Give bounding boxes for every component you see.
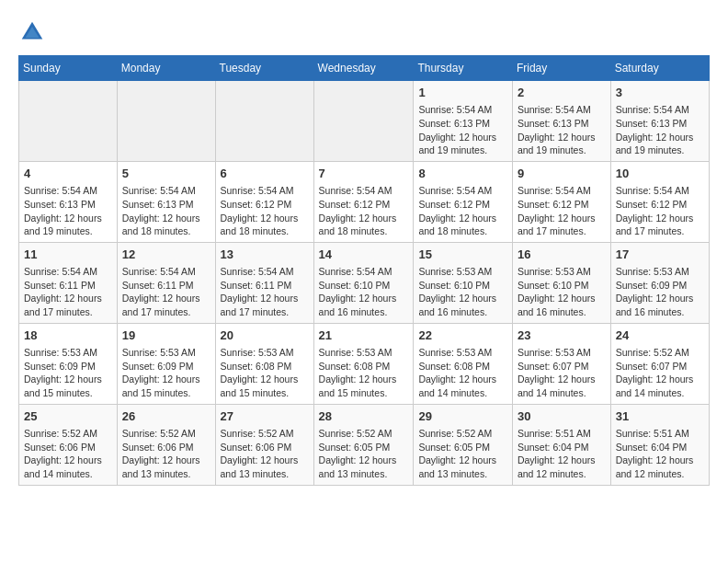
day-number: 20 bbox=[221, 327, 309, 344]
calendar-table: SundayMondayTuesdayWednesdayThursdayFrid… bbox=[18, 55, 710, 486]
day-info: Sunrise: 5:52 AM Sunset: 6:07 PM Dayligh… bbox=[616, 346, 704, 400]
day-info: Sunrise: 5:53 AM Sunset: 6:10 PM Dayligh… bbox=[518, 265, 606, 319]
day-number: 15 bbox=[418, 247, 507, 263]
day-number: 19 bbox=[122, 327, 210, 344]
day-info: Sunrise: 5:54 AM Sunset: 6:12 PM Dayligh… bbox=[518, 184, 606, 238]
day-number: 22 bbox=[418, 327, 507, 344]
day-number: 10 bbox=[616, 166, 704, 182]
calendar-cell: 3Sunrise: 5:54 AM Sunset: 6:13 PM Daylig… bbox=[610, 81, 709, 162]
day-info: Sunrise: 5:51 AM Sunset: 6:04 PM Dayligh… bbox=[518, 427, 606, 481]
day-number: 27 bbox=[221, 408, 309, 425]
day-info: Sunrise: 5:54 AM Sunset: 6:13 PM Dayligh… bbox=[518, 103, 606, 157]
day-info: Sunrise: 5:52 AM Sunset: 6:06 PM Dayligh… bbox=[221, 427, 309, 481]
calendar-cell: 2Sunrise: 5:54 AM Sunset: 6:13 PM Daylig… bbox=[512, 81, 610, 162]
calendar-week-row: 18Sunrise: 5:53 AM Sunset: 6:09 PM Dayli… bbox=[19, 323, 710, 404]
calendar-cell: 14Sunrise: 5:54 AM Sunset: 6:10 PM Dayli… bbox=[313, 242, 414, 323]
day-info: Sunrise: 5:54 AM Sunset: 6:12 PM Dayligh… bbox=[418, 184, 507, 238]
calendar-cell bbox=[19, 81, 118, 162]
calendar-cell: 21Sunrise: 5:53 AM Sunset: 6:08 PM Dayli… bbox=[313, 323, 414, 404]
calendar-cell: 6Sunrise: 5:54 AM Sunset: 6:12 PM Daylig… bbox=[215, 161, 313, 242]
header-day-friday: Friday bbox=[512, 56, 610, 81]
day-info: Sunrise: 5:53 AM Sunset: 6:08 PM Dayligh… bbox=[418, 346, 507, 400]
day-info: Sunrise: 5:54 AM Sunset: 6:13 PM Dayligh… bbox=[122, 184, 210, 238]
day-number: 5 bbox=[122, 166, 210, 182]
day-info: Sunrise: 5:54 AM Sunset: 6:13 PM Dayligh… bbox=[616, 103, 704, 157]
page-container: SundayMondayTuesdayWednesdayThursdayFrid… bbox=[18, 18, 710, 486]
day-number: 3 bbox=[616, 85, 704, 101]
day-info: Sunrise: 5:52 AM Sunset: 6:06 PM Dayligh… bbox=[24, 427, 112, 481]
header-day-tuesday: Tuesday bbox=[215, 56, 313, 81]
day-number: 24 bbox=[616, 327, 704, 344]
day-number: 1 bbox=[418, 85, 507, 101]
day-info: Sunrise: 5:53 AM Sunset: 6:10 PM Dayligh… bbox=[418, 265, 507, 319]
day-number: 13 bbox=[221, 247, 309, 263]
day-number: 18 bbox=[24, 327, 112, 344]
day-info: Sunrise: 5:53 AM Sunset: 6:07 PM Dayligh… bbox=[518, 346, 606, 400]
calendar-cell: 26Sunrise: 5:52 AM Sunset: 6:06 PM Dayli… bbox=[117, 404, 215, 485]
calendar-cell: 24Sunrise: 5:52 AM Sunset: 6:07 PM Dayli… bbox=[610, 323, 709, 404]
calendar-cell bbox=[313, 81, 414, 162]
day-number: 12 bbox=[122, 247, 210, 263]
header-day-thursday: Thursday bbox=[414, 56, 513, 81]
calendar-cell: 13Sunrise: 5:54 AM Sunset: 6:11 PM Dayli… bbox=[215, 242, 313, 323]
day-info: Sunrise: 5:53 AM Sunset: 6:08 PM Dayligh… bbox=[319, 346, 409, 400]
day-info: Sunrise: 5:54 AM Sunset: 6:11 PM Dayligh… bbox=[221, 265, 309, 319]
day-number: 23 bbox=[518, 327, 606, 344]
calendar-cell: 10Sunrise: 5:54 AM Sunset: 6:12 PM Dayli… bbox=[610, 161, 709, 242]
calendar-cell: 20Sunrise: 5:53 AM Sunset: 6:08 PM Dayli… bbox=[215, 323, 313, 404]
calendar-cell: 22Sunrise: 5:53 AM Sunset: 6:08 PM Dayli… bbox=[414, 323, 513, 404]
logo-icon bbox=[18, 18, 46, 46]
day-info: Sunrise: 5:54 AM Sunset: 6:10 PM Dayligh… bbox=[319, 265, 409, 319]
day-number: 9 bbox=[518, 166, 606, 182]
day-info: Sunrise: 5:53 AM Sunset: 6:09 PM Dayligh… bbox=[616, 265, 704, 319]
header-day-saturday: Saturday bbox=[610, 56, 709, 81]
calendar-week-row: 25Sunrise: 5:52 AM Sunset: 6:06 PM Dayli… bbox=[19, 404, 710, 485]
calendar-cell: 1Sunrise: 5:54 AM Sunset: 6:13 PM Daylig… bbox=[414, 81, 513, 162]
header bbox=[18, 18, 710, 46]
day-info: Sunrise: 5:54 AM Sunset: 6:12 PM Dayligh… bbox=[319, 184, 409, 238]
calendar-week-row: 1Sunrise: 5:54 AM Sunset: 6:13 PM Daylig… bbox=[19, 81, 710, 162]
calendar-cell: 11Sunrise: 5:54 AM Sunset: 6:11 PM Dayli… bbox=[19, 242, 118, 323]
day-info: Sunrise: 5:52 AM Sunset: 6:05 PM Dayligh… bbox=[319, 427, 409, 481]
calendar-cell: 8Sunrise: 5:54 AM Sunset: 6:12 PM Daylig… bbox=[414, 161, 513, 242]
day-number: 25 bbox=[24, 408, 112, 425]
day-number: 7 bbox=[319, 166, 409, 182]
day-number: 11 bbox=[24, 247, 112, 263]
day-info: Sunrise: 5:54 AM Sunset: 6:12 PM Dayligh… bbox=[616, 184, 704, 238]
header-day-monday: Monday bbox=[117, 56, 215, 81]
day-number: 30 bbox=[518, 408, 606, 425]
day-number: 16 bbox=[518, 247, 606, 263]
day-number: 29 bbox=[418, 408, 507, 425]
calendar-cell: 23Sunrise: 5:53 AM Sunset: 6:07 PM Dayli… bbox=[512, 323, 610, 404]
calendar-cell: 7Sunrise: 5:54 AM Sunset: 6:12 PM Daylig… bbox=[313, 161, 414, 242]
calendar-cell: 19Sunrise: 5:53 AM Sunset: 6:09 PM Dayli… bbox=[117, 323, 215, 404]
day-info: Sunrise: 5:52 AM Sunset: 6:05 PM Dayligh… bbox=[418, 427, 507, 481]
calendar-cell: 18Sunrise: 5:53 AM Sunset: 6:09 PM Dayli… bbox=[19, 323, 118, 404]
day-info: Sunrise: 5:53 AM Sunset: 6:09 PM Dayligh… bbox=[122, 346, 210, 400]
day-number: 28 bbox=[319, 408, 409, 425]
day-number: 17 bbox=[616, 247, 704, 263]
header-day-sunday: Sunday bbox=[19, 56, 118, 81]
day-info: Sunrise: 5:54 AM Sunset: 6:13 PM Dayligh… bbox=[418, 103, 507, 157]
calendar-cell: 27Sunrise: 5:52 AM Sunset: 6:06 PM Dayli… bbox=[215, 404, 313, 485]
day-info: Sunrise: 5:54 AM Sunset: 6:11 PM Dayligh… bbox=[122, 265, 210, 319]
calendar-cell: 17Sunrise: 5:53 AM Sunset: 6:09 PM Dayli… bbox=[610, 242, 709, 323]
day-number: 31 bbox=[616, 408, 704, 425]
header-day-wednesday: Wednesday bbox=[313, 56, 414, 81]
calendar-week-row: 11Sunrise: 5:54 AM Sunset: 6:11 PM Dayli… bbox=[19, 242, 710, 323]
day-info: Sunrise: 5:54 AM Sunset: 6:12 PM Dayligh… bbox=[221, 184, 309, 238]
calendar-cell bbox=[215, 81, 313, 162]
calendar-cell: 4Sunrise: 5:54 AM Sunset: 6:13 PM Daylig… bbox=[19, 161, 118, 242]
day-number: 2 bbox=[518, 85, 606, 101]
day-number: 14 bbox=[319, 247, 409, 263]
day-number: 4 bbox=[24, 166, 112, 182]
calendar-cell: 5Sunrise: 5:54 AM Sunset: 6:13 PM Daylig… bbox=[117, 161, 215, 242]
day-number: 8 bbox=[418, 166, 507, 182]
day-number: 21 bbox=[319, 327, 409, 344]
logo bbox=[18, 18, 51, 46]
day-info: Sunrise: 5:53 AM Sunset: 6:09 PM Dayligh… bbox=[24, 346, 112, 400]
calendar-week-row: 4Sunrise: 5:54 AM Sunset: 6:13 PM Daylig… bbox=[19, 161, 710, 242]
calendar-cell: 29Sunrise: 5:52 AM Sunset: 6:05 PM Dayli… bbox=[414, 404, 513, 485]
calendar-header-row: SundayMondayTuesdayWednesdayThursdayFrid… bbox=[19, 56, 710, 81]
calendar-cell: 15Sunrise: 5:53 AM Sunset: 6:10 PM Dayli… bbox=[414, 242, 513, 323]
